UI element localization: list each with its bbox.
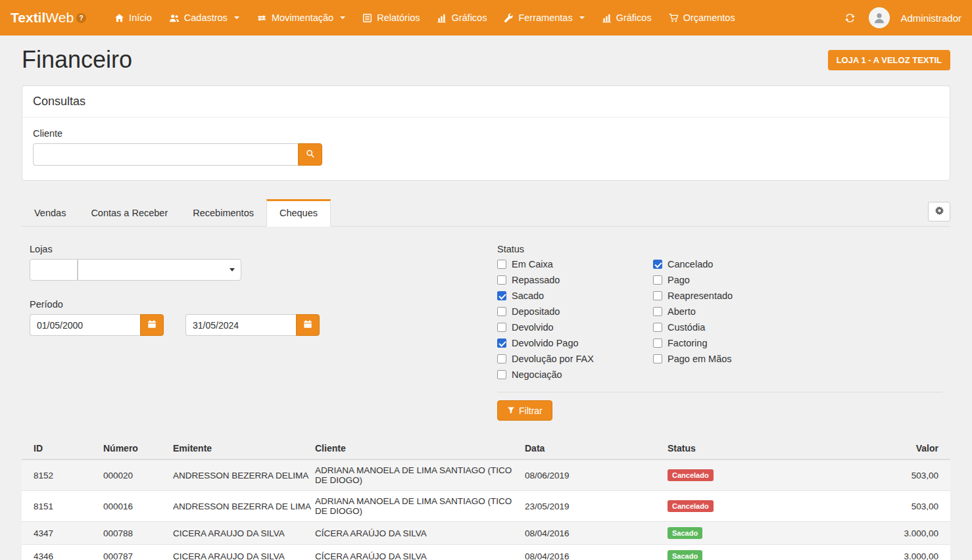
status-option-label: Factoring: [668, 338, 707, 348]
status-checkbox-cancelado[interactable]: [653, 260, 662, 269]
tab-cheques[interactable]: Cheques: [266, 199, 331, 227]
status-option-label: Aberto: [668, 306, 696, 317]
table-settings-button[interactable]: [928, 202, 950, 222]
status-checkbox-pago[interactable]: [653, 275, 662, 285]
nav-item-graficos[interactable]: Gráficos: [593, 0, 660, 35]
status-option-label: Pago em Mãos: [668, 354, 732, 364]
status-checkbox-devolucao-por-fax[interactable]: [497, 354, 506, 363]
cell-id: 4347: [34, 528, 103, 538]
status-option-factoring[interactable]: Factoring: [653, 338, 733, 348]
status-option-custodia[interactable]: Custódia: [653, 322, 733, 333]
status-option-depositado[interactable]: Depositado: [497, 306, 653, 317]
consultas-panel: Consultas Cliente: [22, 85, 950, 181]
nav-item-orcamentos[interactable]: Orçamentos: [660, 0, 744, 35]
lojas-select[interactable]: [78, 259, 241, 281]
cliente-input[interactable]: [33, 143, 298, 166]
navbar: TextilWeb ? InícioCadastrosMovimentaçãoR…: [0, 0, 972, 35]
status-option-pago[interactable]: Pago: [653, 275, 733, 285]
status-option-reapresentado[interactable]: Reapresentado: [653, 291, 733, 301]
nav-item-graficos[interactable]: Gráficos: [428, 0, 495, 35]
cell-status: Cancelado: [668, 469, 831, 481]
status-checkbox-aberto[interactable]: [653, 307, 662, 316]
status-checkbox-repassado[interactable]: [497, 275, 506, 285]
search-button[interactable]: [298, 143, 322, 166]
status-checkbox-custodia[interactable]: [653, 323, 662, 332]
table-body: 8152000020ANDRESSON BEZERRA DELIMAADRIAN…: [22, 460, 950, 560]
status-checkbox-devolvido-pago[interactable]: [497, 338, 506, 348]
date-from-input[interactable]: [30, 314, 140, 336]
periodo-label: Período: [30, 299, 497, 310]
tab-contas-a-receber[interactable]: Contas a Receber: [78, 200, 180, 226]
date-to-calendar-button[interactable]: [296, 314, 320, 336]
search-icon: [306, 149, 315, 160]
loja-code-input[interactable]: [30, 259, 78, 281]
nav-item-label: Gráficos: [616, 12, 652, 23]
avatar[interactable]: [869, 7, 890, 28]
nav-item-cadastros[interactable]: Cadastros: [160, 0, 248, 35]
table-row[interactable]: 8152000020ANDRESSON BEZERRA DELIMAADRIAN…: [22, 460, 950, 490]
nav-item-movimentacao[interactable]: Movimentação: [248, 0, 354, 35]
status-option-em-caixa[interactable]: Em Caixa: [497, 259, 653, 269]
tab-vendas[interactable]: Vendas: [22, 200, 78, 226]
table-row[interactable]: 4346000787CICERA ARAUJO DA SILVACÍCERA A…: [22, 544, 950, 560]
table-row[interactable]: 8151000016ANDRESSON BEZERRA DE LIMAADRIA…: [22, 490, 950, 521]
status-checkbox-factoring[interactable]: [653, 338, 662, 348]
status-label: Status: [497, 244, 950, 254]
status-option-cancelado[interactable]: Cancelado: [653, 259, 733, 269]
report-icon: [362, 13, 372, 23]
nav-item-ferramentas[interactable]: Ferramentas: [495, 0, 593, 35]
status-option-devolvido[interactable]: Devolvido: [497, 322, 653, 333]
help-icon[interactable]: ?: [76, 13, 86, 23]
status-option-pago-em-maos[interactable]: Pago em Mãos: [653, 354, 733, 364]
consultas-title: Consultas: [22, 86, 950, 118]
cell-cliente: ADRIANA MANOELA DE LIMA SANTIAGO (TICO D…: [315, 496, 525, 516]
status-checkbox-em-caixa[interactable]: [497, 260, 506, 269]
cell-cliente: CÍCERA ARAÚJO DA SILVA: [315, 528, 525, 538]
nav-item-label: Relatórios: [377, 12, 420, 23]
status-option-repassado[interactable]: Repassado: [497, 275, 653, 285]
cell-status: Sacado: [668, 550, 831, 560]
status-checkbox-reapresentado[interactable]: [653, 291, 662, 300]
chart-icon: [602, 13, 612, 23]
date-from-calendar-button[interactable]: [140, 314, 164, 336]
status-option-label: Pago: [668, 275, 690, 285]
brand-part2: Web: [45, 10, 74, 25]
status-option-label: Repassado: [512, 275, 560, 285]
status-checkbox-sacado[interactable]: [497, 291, 506, 300]
lojas-label: Lojas: [30, 244, 497, 254]
status-option-label: Custódia: [668, 322, 705, 333]
nav-item-label: Início: [129, 12, 152, 23]
tab-recebimentos[interactable]: Recebimentos: [180, 200, 266, 226]
store-badge[interactable]: LOJA 1 - A VELOZ TEXTIL: [828, 50, 950, 70]
status-checkbox-negociacao[interactable]: [497, 370, 506, 379]
status-option-devolvido-pago[interactable]: Devolvido Pago: [497, 338, 653, 348]
caret-down-icon: [340, 16, 345, 19]
status-checkbox-pago-em-maos[interactable]: [653, 354, 662, 363]
date-to-input[interactable]: [185, 314, 296, 336]
status-option-label: Depositado: [512, 306, 560, 317]
status-column-1: Em CaixaRepassadoSacadoDepositadoDevolvi…: [497, 259, 653, 385]
status-badge: Cancelado: [668, 500, 714, 512]
cell-data: 23/05/2019: [525, 502, 668, 511]
status-option-negociacao[interactable]: Negociação: [497, 369, 653, 380]
nav-item-inicio[interactable]: Início: [106, 0, 160, 35]
filter-icon: [507, 406, 515, 416]
cliente-label: Cliente: [33, 128, 939, 139]
status-option-sacado[interactable]: Sacado: [497, 291, 653, 301]
cell-numero: 000788: [103, 528, 173, 538]
nav-item-label: Gráficos: [451, 12, 487, 23]
refresh-icon[interactable]: [842, 10, 858, 26]
nav-item-relatorios[interactable]: Relatórios: [354, 0, 428, 35]
table-row[interactable]: 4347000788CICERA ARAUJO DA SILVACÍCERA A…: [22, 521, 950, 544]
status-option-label: Em Caixa: [512, 259, 553, 269]
filters-section: Lojas Período Status Em CaixaRepassadoSa…: [22, 227, 950, 421]
brand-logo[interactable]: TextilWeb ?: [11, 10, 86, 26]
nav-item-label: Cadastros: [184, 12, 228, 23]
status-option-devolucao-por-fax[interactable]: Devolução por FAX: [497, 354, 653, 364]
status-checkbox-depositado[interactable]: [497, 307, 506, 316]
cell-valor: 3.000,00: [831, 551, 938, 560]
user-name[interactable]: Administrador: [900, 12, 961, 24]
status-checkbox-devolvido[interactable]: [497, 323, 506, 332]
status-option-aberto[interactable]: Aberto: [653, 306, 733, 317]
filtrar-button[interactable]: Filtrar: [497, 400, 552, 421]
